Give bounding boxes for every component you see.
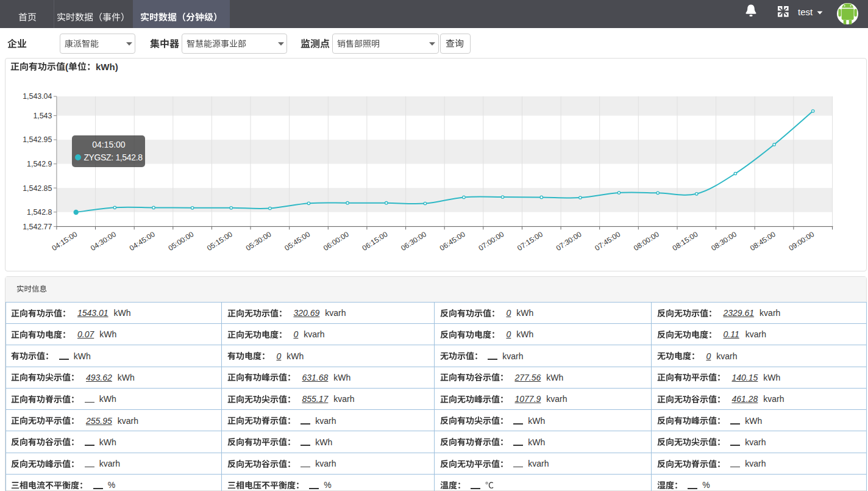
svg-text:07:30:00: 07:30:00 [555, 230, 583, 253]
svg-text:07:45:00: 07:45:00 [593, 230, 622, 253]
svg-text:05:15:00: 05:15:00 [205, 230, 234, 253]
svg-text:06:45:00: 06:45:00 [438, 230, 467, 253]
svg-text:06:15:00: 06:15:00 [361, 230, 390, 253]
svg-text:1,542.85: 1,542.85 [23, 184, 52, 193]
svg-text:08:00:00: 08:00:00 [632, 230, 661, 253]
svg-text:06:30:00: 06:30:00 [399, 230, 428, 253]
svg-text:04:45:00: 04:45:00 [128, 230, 157, 253]
svg-text:08:45:00: 08:45:00 [749, 230, 777, 253]
svg-text:07:00:00: 07:00:00 [477, 230, 505, 253]
svg-text:04:30:00: 04:30:00 [89, 230, 118, 253]
svg-text:05:30:00: 05:30:00 [244, 230, 273, 253]
svg-text:05:45:00: 05:45:00 [283, 230, 311, 253]
svg-text:08:30:00: 08:30:00 [710, 230, 738, 253]
svg-text:08:15:00: 08:15:00 [671, 230, 700, 253]
svg-text:1,542.9: 1,542.9 [27, 160, 52, 168]
svg-text:04:15:00: 04:15:00 [51, 230, 79, 253]
svg-text:1,542.8: 1,542.8 [27, 208, 52, 217]
svg-text:06:00:00: 06:00:00 [322, 230, 350, 253]
svg-text:1,542.95: 1,542.95 [23, 135, 52, 144]
svg-text:1,543: 1,543 [33, 112, 52, 120]
svg-text:1,542.77: 1,542.77 [23, 223, 52, 231]
svg-text:07:15:00: 07:15:00 [516, 230, 544, 253]
svg-text:1,543.04: 1,543.04 [23, 92, 52, 101]
svg-text:09:00:00: 09:00:00 [788, 230, 816, 253]
svg-text:05:00:00: 05:00:00 [166, 230, 195, 253]
